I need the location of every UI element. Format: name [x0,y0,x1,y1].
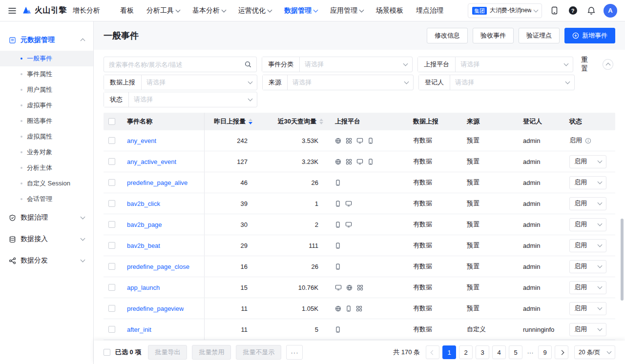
page-ellipsis[interactable]: ··· [525,349,535,356]
sidebar-item[interactable]: 一般事件 [0,51,93,66]
search-input[interactable] [109,61,245,68]
row-checkbox[interactable] [108,284,115,291]
event-name-link[interactable]: any_event [127,137,156,144]
event-name-link[interactable]: app_launch [127,284,160,291]
data-report-cell: 有数据 [406,256,460,277]
page-size-select[interactable]: 20 条/页 [574,345,615,359]
filter-report-platform[interactable]: 上报平台 请选择 [417,57,573,72]
status-select[interactable]: 启用 [569,155,606,168]
filter-event-category[interactable]: 事件分类 请选择 [262,57,413,72]
batch-export-button[interactable]: 批量导出 [148,345,187,360]
sidebar-item[interactable]: 业务对象 [0,144,93,160]
menu-icon[interactable] [5,3,20,18]
chevron-down-icon [268,8,272,13]
row-checkbox[interactable] [108,305,115,312]
status-select[interactable]: 启用 [569,323,606,336]
sidebar-item[interactable]: 圈选事件 [0,113,93,129]
more-actions-button[interactable]: ··· [286,345,303,360]
nav-item[interactable]: 基本分析 [186,0,232,21]
status-select[interactable]: 启用 [569,239,606,252]
nav-item[interactable]: 运营优化 [232,0,278,21]
help-icon[interactable]: ? [566,4,579,17]
sidebar-item[interactable]: 用户属性 [0,82,93,98]
event-name-link[interactable]: predefine_pageview [127,305,184,312]
status-select[interactable]: 启用 [569,281,606,294]
row-checkbox[interactable] [108,158,115,165]
event-name-link[interactable]: predefine_page_alive [127,179,188,186]
page-button[interactable]: 4 [492,345,506,359]
batch-hide-button[interactable]: 批量不显示 [236,345,281,360]
next-page-button[interactable] [555,345,568,359]
verify-tracking-button[interactable]: 验证埋点 [519,28,560,43]
sidebar-section-access[interactable]: 数据接入 [0,228,93,250]
sidebar-item[interactable]: 自定义 Session [0,176,93,191]
nav-item[interactable]: 埋点治理 [410,0,450,21]
scrollbar[interactable] [621,219,624,301]
sidebar-item[interactable]: 分析主体 [0,160,93,176]
nav-item[interactable]: 分析工具 [140,0,186,21]
event-name-link[interactable]: any_active_event [127,158,176,165]
sidebar-item[interactable]: 虚拟事件 [0,98,93,113]
accept-event-button[interactable]: 验收事件 [473,28,514,43]
chevron-down-icon [81,258,85,263]
page-button[interactable]: 9 [538,345,552,359]
row-checkbox[interactable] [108,263,115,270]
nav-item[interactable]: 数据管理 [278,0,324,21]
add-event-button[interactable]: 新增事件 [564,28,615,43]
status-select[interactable]: 启用 [569,260,606,273]
workspace-selector[interactable]: 集团 大消费-快消new [468,3,542,18]
avatar[interactable]: A [604,4,617,18]
collapse-filters-button[interactable] [603,59,613,70]
nav-item[interactable]: 应用管理 [324,0,370,21]
nav-item[interactable]: 场景模板 [370,0,410,21]
row-checkbox[interactable] [108,326,115,333]
sidebar-item[interactable]: 虚拟属性 [0,129,93,144]
row-checkbox[interactable] [108,179,115,186]
filter-source[interactable]: 来源 请选择 [262,75,414,90]
data-report-cell: 有数据 [406,193,460,214]
device-icon[interactable] [548,4,561,17]
page-button[interactable]: 3 [476,345,489,359]
page-button[interactable]: 5 [509,345,522,359]
sidebar-section-metadata[interactable]: 元数据管理 [0,29,93,51]
reset-button[interactable]: 重置 [578,56,598,73]
event-name-link[interactable]: predefine_page_close [127,263,189,270]
page-button[interactable]: 2 [459,345,473,359]
sort-icons[interactable] [319,119,323,124]
sidebar-section-governance[interactable]: 数据治理 [0,207,93,228]
prev-page-button[interactable] [426,345,439,359]
event-name-link[interactable]: bav2b_beat [127,242,160,249]
nav-item[interactable]: 看板 [114,0,140,21]
sidebar-section-distribution[interactable]: 数据分发 [0,250,93,271]
select-all-checkbox[interactable] [104,349,110,356]
info-icon[interactable] [585,138,591,144]
status-select[interactable]: 启用 [569,302,606,315]
sidebar-item[interactable]: 会话管理 [0,191,93,207]
status-select[interactable]: 启用 [569,218,606,231]
modify-info-button[interactable]: 修改信息 [427,28,468,43]
status-select[interactable]: 启用 [569,176,606,189]
yesterday-count: 15 [205,277,257,298]
filter-registrant[interactable]: 登记人 请选择 [418,75,575,90]
row-checkbox[interactable] [108,137,115,144]
row-checkbox[interactable] [108,200,115,207]
sidebar-item[interactable]: 事件属性 [0,66,93,82]
page-button[interactable]: 1 [442,345,456,359]
logo[interactable]: 火山引擎 [21,5,67,16]
bell-icon[interactable] [585,4,598,17]
batch-disable-button[interactable]: 批量禁用 [192,345,231,360]
search-icon[interactable] [245,61,251,68]
sort-icons[interactable] [249,119,252,124]
column-header-yesterday[interactable]: 昨日上报量 [205,113,257,130]
status-select[interactable]: 启用 [569,197,606,210]
header-checkbox[interactable] [108,118,115,125]
row-checkbox[interactable] [108,242,115,249]
filter-data-report[interactable]: 数据上报 请选择 [104,75,257,90]
filter-status[interactable]: 状态 请选择 [104,92,257,107]
event-name-link[interactable]: bav2b_click [127,200,160,207]
chevron-down-icon [313,8,318,13]
column-header-query30d[interactable]: 近30天查询量 [257,113,328,130]
row-checkbox[interactable] [108,221,115,228]
event-name-link[interactable]: bav2b_page [127,221,162,228]
event-name-link[interactable]: after_init [127,326,151,333]
